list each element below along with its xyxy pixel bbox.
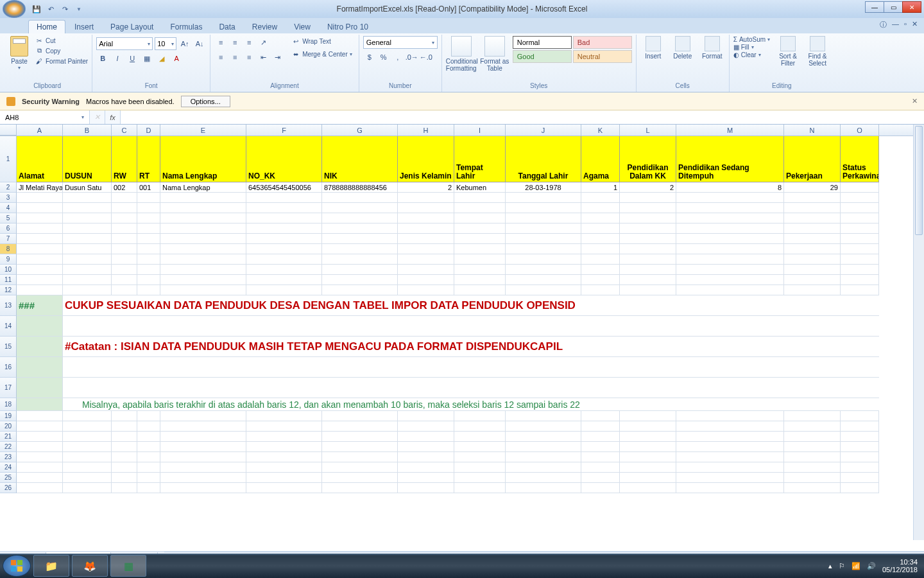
cell[interactable] — [506, 203, 581, 213]
align-bottom-button[interactable]: ≡ — [243, 36, 255, 49]
cell[interactable] — [112, 244, 137, 254]
cell[interactable] — [112, 275, 137, 285]
style-normal[interactable]: Normal — [513, 36, 572, 49]
cell[interactable] — [398, 432, 454, 442]
cell[interactable] — [841, 275, 879, 285]
cell[interactable] — [246, 275, 322, 285]
row-header[interactable]: 10 — [0, 265, 17, 275]
cell[interactable] — [676, 473, 784, 483]
cell[interactable] — [246, 244, 322, 254]
cell[interactable] — [63, 442, 112, 452]
row-header[interactable]: 16 — [0, 357, 17, 378]
cell[interactable] — [112, 411, 137, 421]
cell[interactable] — [841, 223, 879, 234]
cell[interactable] — [246, 213, 322, 223]
cell[interactable]: Pendidikan Sedang Ditempuh — [676, 136, 784, 182]
cell[interactable] — [841, 411, 879, 421]
row-header[interactable]: 5 — [0, 213, 17, 223]
cell[interactable] — [398, 421, 454, 432]
cell[interactable] — [246, 193, 322, 203]
office-button[interactable] — [3, 0, 26, 18]
cell[interactable] — [506, 432, 581, 442]
cell[interactable]: Dusun Satu — [63, 182, 112, 193]
cell[interactable] — [17, 203, 63, 213]
row-header[interactable]: 19 — [0, 411, 17, 421]
align-left-button[interactable]: ≡ — [214, 51, 227, 64]
cell[interactable] — [841, 432, 879, 442]
cell[interactable] — [506, 244, 581, 254]
column-header[interactable]: H — [398, 125, 454, 136]
number-format-select[interactable]: General▾ — [363, 36, 438, 49]
row-header[interactable]: 13 — [0, 295, 17, 316]
cell[interactable] — [160, 442, 246, 452]
cell[interactable] — [454, 265, 506, 275]
tab-nitro[interactable]: Nitro Pro 10 — [320, 21, 376, 33]
cell[interactable] — [322, 452, 398, 462]
format-as-table-button[interactable]: Format as Table — [479, 36, 510, 72]
cell[interactable] — [398, 411, 454, 421]
cell[interactable] — [506, 483, 581, 493]
cell[interactable] — [620, 462, 676, 473]
cell[interactable] — [620, 432, 676, 442]
row-header[interactable]: 22 — [0, 442, 17, 452]
cell[interactable] — [160, 285, 246, 295]
maximize-button[interactable]: ▭ — [884, 1, 903, 13]
cell[interactable] — [112, 483, 137, 493]
cell[interactable] — [63, 473, 112, 483]
cell[interactable] — [676, 421, 784, 432]
cell[interactable] — [398, 244, 454, 254]
minimize-button[interactable]: — — [865, 1, 884, 13]
cell[interactable] — [581, 473, 620, 483]
cell[interactable] — [581, 275, 620, 285]
tray-chevron-icon[interactable]: ▴ — [828, 562, 832, 570]
cell[interactable] — [676, 223, 784, 234]
tab-insert[interactable]: Insert — [67, 21, 101, 33]
column-header[interactable]: L — [620, 125, 676, 136]
cell[interactable] — [246, 432, 322, 442]
column-header[interactable]: I — [454, 125, 506, 136]
decrease-indent-button[interactable]: ⇤ — [257, 51, 270, 64]
cell[interactable] — [454, 275, 506, 285]
cell[interactable] — [112, 203, 137, 213]
cell[interactable] — [620, 223, 676, 234]
cell[interactable] — [841, 442, 879, 452]
qat-save-icon[interactable]: 💾 — [31, 3, 42, 15]
row-header[interactable]: 9 — [0, 254, 17, 265]
cell[interactable] — [137, 203, 160, 213]
bold-button[interactable]: B — [96, 52, 109, 65]
cell[interactable] — [63, 254, 112, 265]
tab-data[interactable]: Data — [211, 21, 243, 33]
font-name-select[interactable]: Arial▾ — [96, 37, 153, 50]
cell[interactable] — [160, 265, 246, 275]
cell[interactable] — [506, 234, 581, 244]
row-header[interactable]: 3 — [0, 193, 17, 203]
cell[interactable] — [398, 442, 454, 452]
cell[interactable] — [160, 244, 246, 254]
border-button[interactable]: ▦ — [141, 52, 153, 65]
cell[interactable] — [454, 452, 506, 462]
row-header[interactable]: 25 — [0, 473, 17, 483]
cell[interactable] — [398, 193, 454, 203]
cell[interactable] — [841, 483, 879, 493]
cell[interactable]: 8 — [676, 182, 784, 193]
cell[interactable] — [398, 462, 454, 473]
row-header[interactable]: 26 — [0, 483, 17, 493]
cell[interactable] — [784, 193, 841, 203]
cell[interactable] — [160, 223, 246, 234]
column-header[interactable]: G — [322, 125, 398, 136]
cell[interactable]: Kebumen — [454, 182, 506, 193]
cell[interactable] — [581, 411, 620, 421]
cell[interactable] — [620, 473, 676, 483]
cell[interactable] — [398, 285, 454, 295]
cell[interactable] — [398, 483, 454, 493]
cell[interactable] — [676, 483, 784, 493]
italic-button[interactable]: I — [111, 52, 124, 65]
cell[interactable] — [454, 432, 506, 442]
cell[interactable]: #Catatan : ISIAN DATA PENDUDUK MASIH TET… — [63, 337, 879, 357]
cell[interactable] — [398, 254, 454, 265]
font-color-button[interactable]: A — [170, 52, 183, 65]
cell[interactable] — [246, 234, 322, 244]
cell[interactable] — [246, 285, 322, 295]
cell[interactable] — [581, 193, 620, 203]
paste-button[interactable]: Paste ▾ — [6, 36, 32, 81]
